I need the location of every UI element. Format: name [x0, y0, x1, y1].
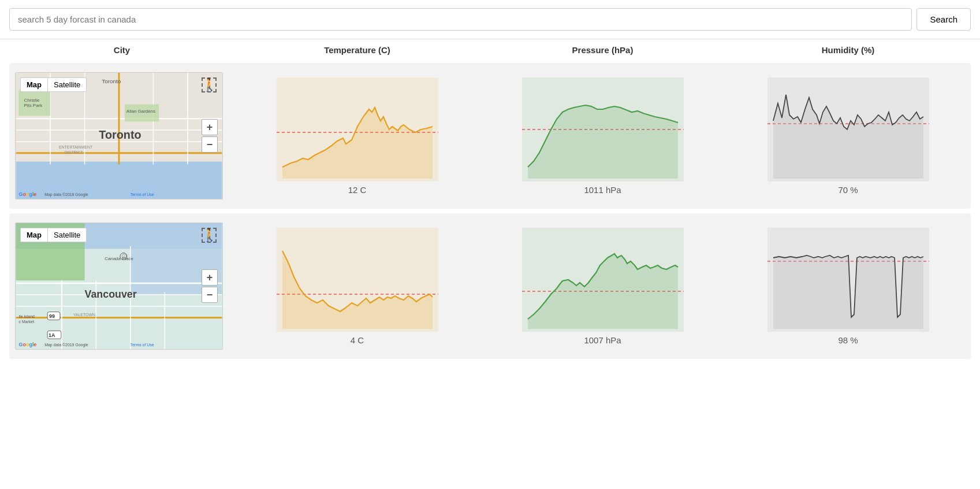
humidity-value-vancouver: 98 %	[838, 335, 858, 345]
map-cell-vancouver: Stanley Park Canada Place ⓘ 99 1A	[9, 223, 234, 350]
svg-text:Pits Park: Pits Park	[24, 103, 43, 108]
pressure-chart-toronto: 1011 hPa	[480, 77, 725, 195]
temp-value-vancouver: 4 C	[351, 335, 364, 345]
svg-text:Google: Google	[19, 342, 37, 347]
zoom-controls-vancouver: + −	[202, 269, 218, 303]
humidity-chart-toronto: 70 %	[725, 77, 971, 195]
header-pressure: Pressure (hPa)	[480, 45, 725, 55]
top-bar: Search	[0, 0, 980, 39]
header-temperature: Temperature (C)	[234, 45, 480, 55]
pressure-chart-vancouver: 1007 hPa	[480, 228, 725, 345]
pressure-value-vancouver: 1007 hPa	[584, 335, 621, 345]
svg-text:Toronto: Toronto	[99, 128, 141, 141]
city-row-vancouver: Stanley Park Canada Place ⓘ 99 1A	[9, 213, 971, 359]
pegman-vancouver[interactable]: 🚶	[200, 228, 218, 257]
svg-text:ⓘ: ⓘ	[122, 254, 126, 259]
svg-text:Terms of Use: Terms of Use	[131, 343, 154, 347]
svg-text:Map data ©2019 Google: Map data ©2019 Google	[44, 192, 88, 197]
column-headers: City Temperature (C) Pressure (hPa) Humi…	[0, 39, 980, 58]
svg-text:YALETOWN: YALETOWN	[73, 313, 95, 317]
zoom-controls-toronto: + −	[202, 119, 218, 153]
svg-text:DISTRICT: DISTRICT	[65, 150, 84, 154]
svg-text:Canada Place: Canada Place	[105, 256, 133, 261]
temp-chart-toronto: 12 C	[234, 77, 480, 195]
svg-text:Map data ©2019 Google: Map data ©2019 Google	[44, 343, 88, 347]
svg-text:c Market: c Market	[19, 320, 35, 324]
svg-text:Toronto: Toronto	[102, 78, 121, 84]
svg-text:Christie: Christie	[24, 98, 40, 103]
pressure-value-toronto: 1011 hPa	[584, 185, 621, 195]
svg-text:99: 99	[49, 313, 55, 319]
svg-text:lle Island: lle Island	[19, 314, 35, 318]
svg-text:Vancouver: Vancouver	[85, 288, 137, 300]
city-row-toronto: Christie Pits Park Allan Gardens Toronto…	[9, 63, 971, 209]
map-cell-toronto: Christie Pits Park Allan Gardens Toronto…	[9, 72, 234, 199]
svg-text:1A: 1A	[49, 332, 55, 338]
satellite-button-toronto[interactable]: Satellite	[47, 77, 87, 92]
search-input[interactable]	[9, 8, 912, 31]
svg-text:Allan Gardens: Allan Gardens	[126, 109, 155, 114]
map-controls-vancouver: Map Satellite	[20, 228, 87, 242]
zoom-in-toronto[interactable]: +	[202, 119, 218, 135]
humidity-value-toronto: 70 %	[838, 185, 858, 195]
temp-value-toronto: 12 C	[348, 185, 367, 195]
search-button[interactable]: Search	[916, 8, 971, 31]
svg-text:Terms of Use: Terms of Use	[131, 192, 154, 197]
satellite-button-vancouver[interactable]: Satellite	[47, 228, 87, 242]
humidity-chart-vancouver: 98 %	[725, 228, 971, 345]
map-controls-toronto: Map Satellite	[20, 77, 87, 92]
svg-text:ENTERTAINMENT: ENTERTAINMENT	[59, 145, 93, 149]
zoom-out-toronto[interactable]: −	[202, 136, 218, 153]
temp-chart-vancouver: 4 C	[234, 228, 480, 345]
pegman-toronto[interactable]: 🚶	[200, 77, 218, 106]
map-button-toronto[interactable]: Map	[20, 77, 47, 92]
header-humidity: Humidity (%)	[725, 45, 971, 55]
zoom-out-vancouver[interactable]: −	[202, 287, 218, 303]
svg-text:Google: Google	[19, 191, 37, 197]
header-city: City	[9, 45, 234, 55]
map-button-vancouver[interactable]: Map	[20, 228, 47, 242]
zoom-in-vancouver[interactable]: +	[202, 269, 218, 286]
